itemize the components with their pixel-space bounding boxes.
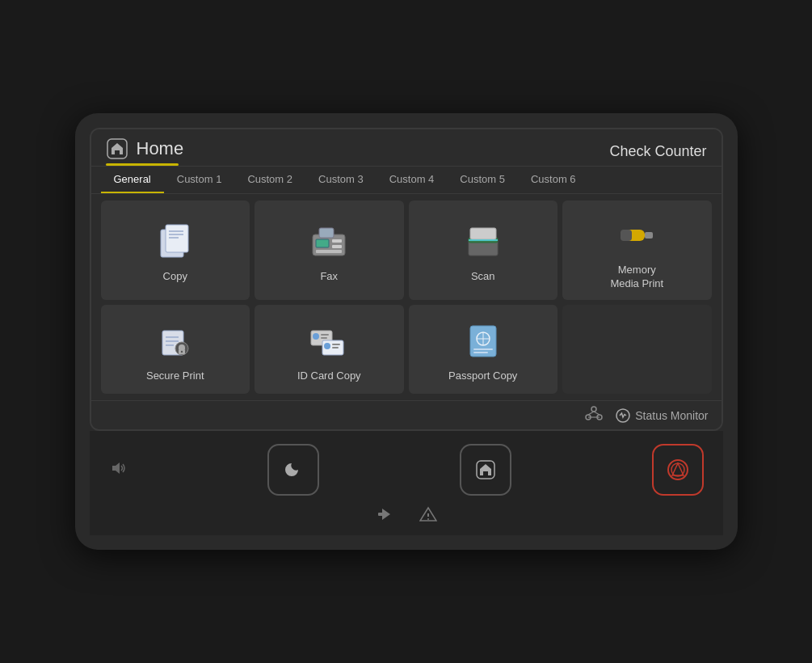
home-label: Home <box>137 138 184 159</box>
usb-icon <box>616 213 658 255</box>
svg-point-27 <box>313 333 319 340</box>
svg-rect-29 <box>321 337 327 339</box>
tab-general[interactable]: General <box>101 167 164 193</box>
tabs-row: General Custom 1 Custom 2 Custom 3 Custo… <box>91 167 722 194</box>
screen-header: Home Check Counter <box>91 129 722 167</box>
svg-rect-8 <box>316 239 329 247</box>
svg-point-40 <box>591 407 596 412</box>
tab-custom5[interactable]: Custom 5 <box>447 167 518 193</box>
main-area: Copy Fax <box>91 194 722 401</box>
status-monitor-icon <box>616 408 630 423</box>
app-grid: Copy Fax <box>101 201 712 395</box>
tab-custom2[interactable]: Custom 2 <box>234 167 305 193</box>
copy-label: Copy <box>163 270 187 284</box>
svg-rect-14 <box>470 228 496 239</box>
physical-controls <box>90 431 723 535</box>
svg-rect-38 <box>473 348 493 350</box>
check-counter-button[interactable]: Check Counter <box>609 143 706 160</box>
svg-rect-2 <box>166 225 188 252</box>
svg-point-25 <box>181 351 183 353</box>
app-passport-copy[interactable]: Passport Copy <box>409 305 558 394</box>
login-arrow-icon[interactable] <box>376 505 393 527</box>
home-underline <box>106 163 179 166</box>
svg-point-56 <box>427 518 429 520</box>
svg-rect-39 <box>473 352 488 353</box>
svg-marker-52 <box>382 509 390 520</box>
secure-print-label: Secure Print <box>146 370 204 383</box>
svg-rect-28 <box>321 334 329 336</box>
network-icon[interactable] <box>585 406 603 424</box>
copy-icon <box>154 220 196 262</box>
app-fax[interactable]: Fax <box>255 201 404 301</box>
warning-icon <box>419 505 437 527</box>
stop-button[interactable] <box>652 444 704 496</box>
device-frame: Home Check Counter General Custom 1 Cust… <box>75 113 738 551</box>
speaker-icon <box>109 459 127 481</box>
scan-label: Scan <box>471 270 495 284</box>
app-empty <box>562 305 712 394</box>
svg-marker-47 <box>112 462 120 474</box>
svg-rect-17 <box>621 230 632 241</box>
home-button[interactable] <box>460 444 511 496</box>
svg-rect-32 <box>332 344 340 345</box>
fax-icon <box>308 220 350 262</box>
id-card-icon <box>308 319 350 361</box>
svg-line-43 <box>588 412 594 415</box>
scan-icon <box>462 220 504 262</box>
app-memory-media-print[interactable]: MemoryMedia Print <box>562 201 712 301</box>
passport-icon <box>462 319 504 361</box>
app-id-card-copy[interactable]: ID Card Copy <box>255 305 404 394</box>
tab-custom4[interactable]: Custom 4 <box>377 167 448 193</box>
app-scan[interactable]: Scan <box>409 201 558 301</box>
svg-rect-10 <box>332 245 342 248</box>
svg-rect-33 <box>332 347 339 348</box>
svg-rect-18 <box>645 232 653 239</box>
bottom-bar: Status Monitor <box>91 400 722 429</box>
tab-custom6[interactable]: Custom 6 <box>518 167 589 193</box>
screen: Home Check Counter General Custom 1 Cust… <box>90 128 723 432</box>
memory-media-print-label: MemoryMedia Print <box>610 264 663 291</box>
secure-print-icon <box>154 319 196 361</box>
svg-rect-7 <box>319 228 334 238</box>
status-monitor-button[interactable]: Status Monitor <box>616 408 708 423</box>
status-monitor-label: Status Monitor <box>635 409 708 422</box>
id-card-copy-label: ID Card Copy <box>297 370 361 383</box>
home-title-area: Home <box>106 137 184 166</box>
sleep-button[interactable] <box>267 444 319 496</box>
passport-copy-label: Passport Copy <box>448 370 517 383</box>
home-icon <box>106 137 128 160</box>
sub-controls-row <box>376 505 437 527</box>
tab-custom3[interactable]: Custom 3 <box>305 167 377 193</box>
svg-line-44 <box>594 412 600 415</box>
tab-custom1[interactable]: Custom 1 <box>164 167 235 193</box>
controls-main-row <box>109 444 704 496</box>
svg-point-31 <box>324 343 330 349</box>
svg-rect-11 <box>316 250 342 253</box>
app-copy[interactable]: Copy <box>101 201 250 301</box>
svg-rect-53 <box>378 513 383 516</box>
fax-label: Fax <box>320 270 338 284</box>
app-secure-print[interactable]: Secure Print <box>101 305 250 394</box>
svg-rect-9 <box>332 239 342 243</box>
